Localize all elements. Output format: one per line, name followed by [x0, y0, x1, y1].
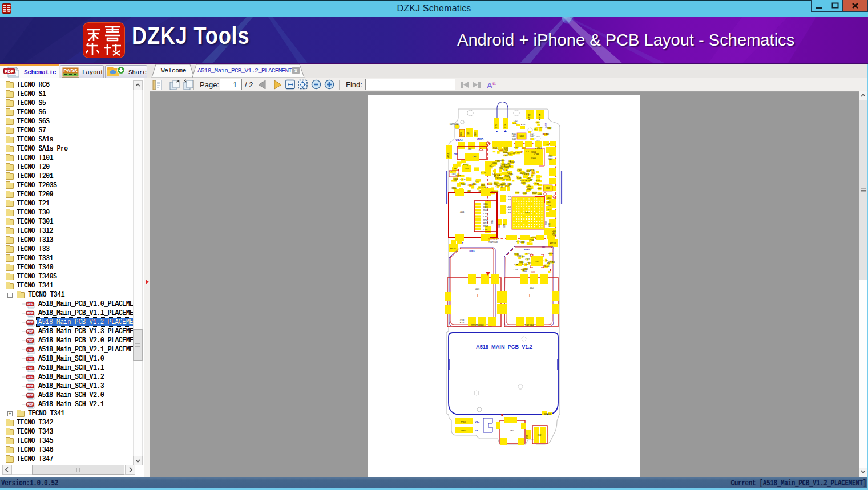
- svg-text:L: L: [529, 294, 531, 298]
- svg-text:J401: J401: [460, 211, 464, 213]
- svg-text:ANT104: ANT104: [539, 114, 541, 120]
- svg-text:a: a: [492, 80, 496, 86]
- svg-text:+: +: [547, 433, 549, 436]
- svg-text:C409: C409: [512, 138, 516, 140]
- svg-text:R301: R301: [519, 261, 524, 264]
- svg-text:C336: C336: [547, 205, 551, 207]
- svg-text:C105: C105: [522, 192, 527, 195]
- svg-text:R303: R303: [505, 175, 510, 177]
- svg-text:C304: C304: [544, 260, 548, 262]
- svg-text:A518_MAIN_PCB_V1.2: A518_MAIN_PCB_V1.2: [476, 344, 532, 350]
- svg-text:C327: C327: [501, 184, 503, 188]
- svg-text:P304: P304: [548, 261, 553, 263]
- svg-text:L100: L100: [472, 183, 477, 185]
- svg-text:PDF: PDF: [5, 69, 14, 74]
- svg-text:C319: C319: [498, 224, 500, 228]
- svg-text:C361: C361: [515, 152, 520, 154]
- svg-text:C315: C315: [495, 175, 500, 177]
- svg-text:MARK101: MARK101: [544, 413, 551, 415]
- svg-text:C503: C503: [533, 183, 538, 185]
- svg-text:C383: C383: [527, 188, 531, 191]
- svg-text:R306: R306: [500, 160, 505, 162]
- svg-text:C401: C401: [552, 234, 556, 237]
- svg-text:TP701: TP701: [495, 123, 498, 128]
- svg-text:L102: L102: [488, 183, 493, 185]
- svg-text:R718: R718: [483, 225, 488, 228]
- svg-text:W308: W308: [548, 253, 553, 255]
- svg-text:J801: J801: [510, 430, 514, 432]
- svg-text:C283: C283: [504, 166, 509, 168]
- svg-text:+: +: [504, 129, 507, 134]
- svg-text:C308: C308: [522, 173, 527, 176]
- svg-text:J402: J402: [530, 287, 534, 289]
- svg-text:B503: B503: [452, 187, 457, 189]
- svg-text:R403: R403: [491, 219, 494, 224]
- svg-text:C318: C318: [507, 196, 511, 198]
- svg-text:C105: C105: [481, 184, 485, 187]
- svg-text:C345: C345: [547, 197, 551, 199]
- svg-text:C313: C313: [507, 206, 511, 208]
- svg-text:R306: R306: [499, 167, 503, 169]
- svg-text:L105: L105: [507, 153, 512, 156]
- svg-text:C120: C120: [530, 175, 534, 177]
- svg-text:ANT403: ANT403: [550, 242, 556, 245]
- svg-text:R507: R507: [532, 192, 537, 195]
- svg-text:ANT101: ANT101: [447, 152, 450, 158]
- svg-text:R507: R507: [494, 183, 498, 185]
- svg-text:FM: FM: [454, 152, 458, 155]
- svg-text:C338: C338: [520, 241, 525, 244]
- svg-text:C383: C383: [534, 153, 539, 156]
- svg-text:GND: GND: [477, 137, 484, 141]
- svg-text:L401: L401: [512, 135, 516, 137]
- svg-text:R103: R103: [521, 124, 526, 126]
- svg-text:L102: L102: [514, 120, 518, 122]
- svg-text:R135: R135: [506, 179, 511, 181]
- svg-text:R717: R717: [483, 222, 488, 225]
- svg-text:C316: C316: [530, 237, 534, 239]
- svg-text:J403: J403: [475, 288, 479, 290]
- svg-text:T6U7T6U8: T6U7T6U8: [488, 238, 498, 241]
- svg-text:A2: A2: [473, 155, 477, 158]
- svg-text:R306: R306: [535, 148, 539, 150]
- svg-text:C307: C307: [507, 209, 511, 211]
- svg-text:C305: C305: [483, 216, 488, 218]
- svg-text:R332: R332: [547, 127, 551, 129]
- svg-text:GSM: GSM: [545, 123, 547, 128]
- svg-text:x: x: [294, 67, 298, 74]
- svg-text:L303: L303: [467, 190, 471, 192]
- svg-text:ANT103: ANT103: [528, 114, 531, 120]
- svg-text:SIM2: SIM2: [524, 248, 530, 251]
- svg-text:C435: C435: [453, 168, 457, 170]
- svg-text:R308: R308: [483, 206, 488, 209]
- svg-text:VB+: VB+: [475, 420, 480, 423]
- svg-text:C325: C325: [547, 209, 551, 211]
- svg-text:R341: R341: [526, 180, 531, 182]
- svg-text:R303: R303: [461, 183, 466, 185]
- svg-text:C631: C631: [483, 229, 488, 231]
- svg-text:PADS: PADS: [63, 68, 77, 74]
- svg-text:C283: C283: [527, 262, 531, 265]
- svg-text:C533: C533: [531, 271, 535, 273]
- svg-text:E303: E303: [499, 177, 503, 179]
- svg-text:L102: L102: [538, 193, 542, 195]
- svg-text:C315: C315: [522, 147, 526, 149]
- svg-text:R727 C402: R727 C402: [525, 324, 534, 326]
- svg-text:C106: C106: [548, 155, 553, 157]
- svg-text:C506: C506: [500, 164, 505, 166]
- svg-text:C314: C314: [507, 199, 511, 201]
- svg-text:R726: R726: [460, 322, 465, 324]
- svg-text:A: A: [487, 80, 492, 90]
- svg-text:C317: C317: [526, 170, 531, 172]
- svg-text:U102: U102: [531, 157, 536, 159]
- svg-text:B303: B303: [460, 132, 462, 136]
- svg-text:J702: J702: [538, 434, 542, 436]
- svg-text:C127: C127: [495, 185, 500, 188]
- svg-text:U104: U104: [465, 168, 469, 170]
- svg-text:C319: C319: [521, 182, 526, 184]
- svg-text:C347: C347: [525, 258, 530, 261]
- svg-text:R308: R308: [516, 177, 521, 179]
- svg-text:C532: C532: [517, 255, 522, 257]
- svg-text:L100: L100: [515, 192, 520, 194]
- svg-text:U501: U501: [535, 261, 539, 263]
- svg-text:R101: R101: [492, 147, 497, 149]
